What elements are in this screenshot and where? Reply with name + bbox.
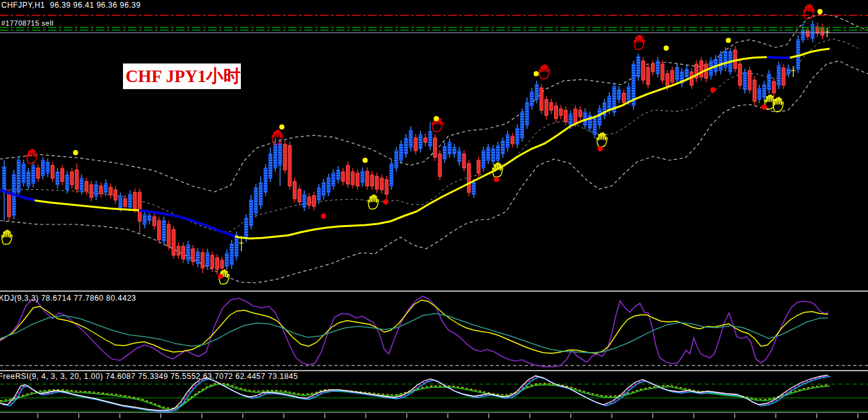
bear-candle[interactable] [293, 181, 296, 199]
bull-candle[interactable] [95, 185, 98, 196]
chart-window[interactable]: CHFJPY,H1 96.39 96.41 96.36 96.39 #17708… [0, 0, 868, 420]
bear-candle[interactable] [347, 165, 350, 184]
bull-candle[interactable] [675, 67, 678, 80]
bull-candle[interactable] [419, 135, 422, 149]
bull-candle[interactable] [162, 221, 165, 241]
bull-candle[interactable] [41, 160, 44, 176]
bear-candle[interactable] [739, 64, 742, 85]
bull-candle[interactable] [448, 142, 451, 154]
bull-candle[interactable] [767, 74, 771, 90]
bull-candle[interactable] [637, 56, 640, 77]
bear-candle[interactable] [51, 165, 54, 178]
bear-candle[interactable] [821, 28, 824, 35]
bull-candle[interactable] [608, 96, 611, 110]
bear-candle[interactable] [554, 106, 557, 119]
bull-candle[interactable] [762, 85, 766, 97]
bear-candle[interactable] [182, 246, 185, 259]
bull-candle[interactable] [336, 170, 340, 180]
bear-candle[interactable] [158, 221, 161, 240]
bear-candle[interactable] [622, 93, 625, 103]
bear-candle[interactable] [341, 172, 345, 181]
bull-candle[interactable] [27, 172, 30, 186]
bear-candle[interactable] [550, 103, 553, 110]
bear-candle[interactable] [167, 224, 170, 246]
bear-candle[interactable] [201, 253, 204, 268]
bear-candle[interactable] [133, 192, 136, 209]
bull-candle[interactable] [17, 160, 20, 192]
bull-candle[interactable] [598, 109, 602, 125]
main-price-chart[interactable] [0, 0, 868, 290]
bear-candle[interactable] [37, 168, 40, 178]
bull-candle[interactable] [235, 235, 238, 256]
bull-candle[interactable] [618, 90, 621, 99]
bull-candle[interactable] [249, 200, 252, 226]
bear-candle[interactable] [124, 199, 127, 206]
bear-candle[interactable] [661, 64, 664, 80]
bull-candle[interactable] [259, 183, 263, 205]
bear-candle[interactable] [99, 186, 102, 194]
bear-candle[interactable] [75, 170, 78, 189]
bull-candle[interactable] [279, 143, 282, 165]
bear-candle[interactable] [216, 258, 219, 269]
bull-candle[interactable] [148, 215, 151, 221]
bear-candle[interactable] [646, 67, 650, 85]
bull-candle[interactable] [685, 69, 689, 77]
bull-candle[interactable] [801, 31, 805, 40]
bull-candle[interactable] [254, 188, 258, 214]
bull-candle[interactable] [491, 149, 495, 162]
bull-candle[interactable] [128, 194, 131, 207]
bear-candle[interactable] [177, 246, 180, 255]
bear-candle[interactable] [559, 109, 562, 115]
bear-candle[interactable] [298, 189, 301, 202]
bear-candle[interactable] [351, 172, 354, 185]
bear-candle[interactable] [85, 181, 88, 191]
bear-candle[interactable] [564, 110, 568, 122]
bear-candle[interactable] [545, 99, 548, 115]
bull-candle[interactable] [104, 183, 108, 192]
bear-candle[interactable] [578, 110, 582, 117]
bear-candle[interactable] [467, 164, 470, 192]
bear-candle[interactable] [114, 190, 117, 200]
kdj-indicator-panel[interactable] [0, 292, 868, 370]
bull-candle[interactable] [31, 165, 35, 183]
bull-candle[interactable] [496, 146, 500, 160]
bull-candle[interactable] [506, 135, 509, 147]
bear-candle[interactable] [463, 154, 466, 168]
bull-candle[interactable] [404, 138, 407, 154]
bull-candle[interactable] [400, 144, 403, 160]
candles[interactable] [3, 21, 830, 274]
bear-candle[interactable] [748, 71, 751, 90]
bull-candle[interactable] [46, 162, 49, 173]
bull-candle[interactable] [65, 175, 69, 190]
bull-candle[interactable] [796, 40, 799, 69]
bear-candle[interactable] [380, 178, 383, 190]
bull-candle[interactable] [719, 55, 722, 71]
bear-candle[interactable] [700, 61, 703, 77]
bear-candle[interactable] [642, 61, 645, 80]
bear-candle[interactable] [434, 138, 437, 157]
bear-candle[interactable] [8, 192, 11, 217]
panel-separator-kdj[interactable] [0, 290, 868, 292]
bull-candle[interactable] [186, 245, 190, 260]
bear-candle[interactable] [109, 187, 112, 195]
bear-candle[interactable] [90, 185, 93, 197]
bull-candle[interactable] [196, 252, 199, 264]
bear-candle[interactable] [366, 171, 369, 186]
bull-candle[interactable] [225, 253, 229, 266]
bear-candle[interactable] [70, 172, 74, 185]
bear-candle[interactable] [733, 50, 737, 69]
bear-candle[interactable] [283, 144, 286, 170]
bear-candle[interactable] [192, 249, 195, 262]
bull-candle[interactable] [22, 164, 25, 183]
bull-candle[interactable] [787, 69, 790, 74]
bear-candle[interactable] [423, 138, 427, 142]
bear-candle[interactable] [574, 109, 577, 123]
bull-candle[interactable] [245, 218, 248, 239]
bull-candle[interactable] [395, 151, 398, 168]
bull-candle[interactable] [119, 196, 122, 208]
bull-candle[interactable] [56, 172, 59, 185]
bear-candle[interactable] [806, 31, 809, 37]
bull-candle[interactable] [390, 164, 393, 186]
order-lines[interactable] [0, 15, 868, 33]
bull-candle[interactable] [443, 146, 446, 159]
